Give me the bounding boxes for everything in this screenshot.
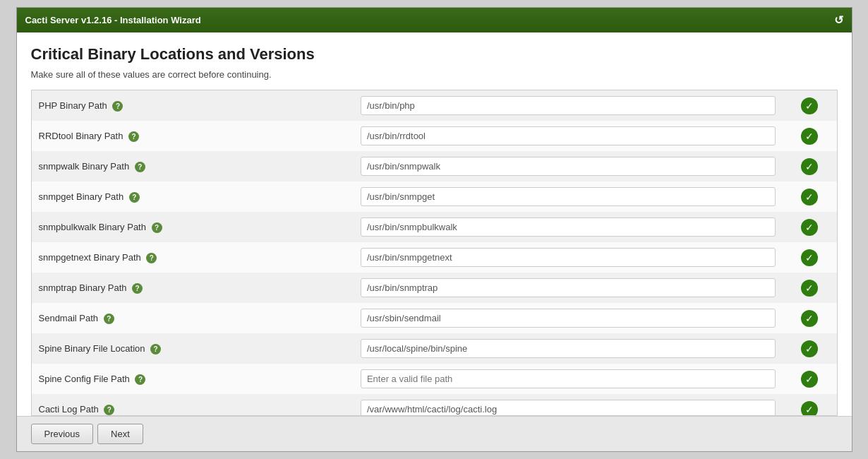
path-input[interactable] [361,217,776,237]
path-input[interactable] [361,278,776,297]
path-input[interactable] [361,157,776,176]
path-input[interactable] [361,187,776,206]
path-input[interactable] [361,126,776,145]
row-status: ✓ [783,121,836,151]
table-row: snmpwalk Binary Path ?✓ [32,151,837,181]
check-icon: ✓ [801,97,818,114]
row-input-cell [354,242,783,273]
row-input-cell [354,273,783,303]
row-status: ✓ [783,364,836,394]
row-input-cell [354,303,783,333]
main-content: Critical Binary Locations and Versions M… [17,32,852,416]
path-input[interactable] [361,248,776,267]
row-input-cell [354,181,783,212]
help-icon[interactable]: ? [135,374,145,385]
table-row: snmptrap Binary Path ?✓ [32,273,837,303]
table-row: RRDtool Binary Path ?✓ [32,121,837,151]
binary-paths-table-area: PHP Binary Path ?✓RRDtool Binary Path ?✓… [31,90,838,416]
check-icon: ✓ [801,310,818,327]
path-input[interactable] [361,369,776,388]
previous-button[interactable]: Previous [31,424,94,444]
table-row: PHP Binary Path ?✓ [32,90,837,121]
table-row: snmpgetnext Binary Path ?✓ [32,242,837,273]
row-input-cell [354,151,783,181]
main-window: Cacti Server v1.2.16 - Installation Wiza… [16,7,852,452]
row-label: snmpgetnext Binary Path ? [32,242,354,273]
check-icon: ✓ [801,249,818,266]
row-status: ✓ [783,151,836,181]
row-status: ✓ [783,242,836,273]
row-label: Spine Binary File Location ? [32,333,354,364]
binary-paths-table: PHP Binary Path ?✓RRDtool Binary Path ?✓… [32,90,837,416]
page-subtitle: Make sure all of these values are correc… [31,69,838,80]
row-input-cell [354,121,783,151]
check-icon: ✓ [801,401,818,417]
table-row: snmpget Binary Path ?✓ [32,181,837,212]
next-button[interactable]: Next [97,424,143,444]
row-label: PHP Binary Path ? [32,90,354,121]
help-icon[interactable]: ? [132,283,143,294]
path-input[interactable] [361,339,776,358]
row-label: snmpget Binary Path ? [32,181,354,212]
check-icon: ✓ [801,280,818,297]
titlebar: Cacti Server v1.2.16 - Installation Wiza… [17,8,852,32]
path-input[interactable] [361,400,776,416]
row-status: ✓ [783,303,836,333]
help-icon[interactable]: ? [135,162,145,172]
help-icon[interactable]: ? [104,405,114,415]
refresh-icon[interactable]: ↺ [834,13,843,27]
help-icon[interactable]: ? [150,344,161,354]
row-input-cell [354,90,783,121]
row-label: Cacti Log Path ? [32,394,354,416]
row-input-cell [354,364,783,394]
footer: Previous Next [17,416,852,451]
table-row: Cacti Log Path ?✓ [32,394,837,416]
row-label: RRDtool Binary Path ? [32,121,354,151]
row-label: snmpwalk Binary Path ? [32,151,354,181]
row-input-cell [354,394,783,416]
row-label: snmpbulkwalk Binary Path ? [32,212,354,242]
path-input[interactable] [361,309,776,328]
check-icon: ✓ [801,158,818,175]
row-status: ✓ [783,333,836,364]
window-title: Cacti Server v1.2.16 - Installation Wiza… [25,15,201,25]
help-icon[interactable]: ? [128,131,139,142]
row-status: ✓ [783,394,836,416]
row-input-cell [354,212,783,242]
row-status: ✓ [783,90,836,121]
table-row: Spine Binary File Location ?✓ [32,333,837,364]
table-row: snmpbulkwalk Binary Path ?✓ [32,212,837,242]
help-icon[interactable]: ? [152,222,162,233]
check-icon: ✓ [801,340,818,357]
page-title: Critical Binary Locations and Versions [31,45,838,64]
row-status: ✓ [783,212,836,242]
check-icon: ✓ [801,128,818,145]
help-icon[interactable]: ? [146,253,157,263]
check-icon: ✓ [801,189,818,205]
table-row: Spine Config File Path ?✓ [32,364,837,394]
path-input[interactable] [361,96,776,115]
row-status: ✓ [783,273,836,303]
row-label: Spine Config File Path ? [32,364,354,394]
check-icon: ✓ [801,371,818,388]
row-status: ✓ [783,181,836,212]
table-row: Sendmail Path ?✓ [32,303,837,333]
help-icon[interactable]: ? [129,192,140,203]
help-icon[interactable]: ? [104,314,114,324]
row-input-cell [354,333,783,364]
help-icon[interactable]: ? [112,101,123,112]
row-label: Sendmail Path ? [32,303,354,333]
check-icon: ✓ [801,219,818,236]
row-label: snmptrap Binary Path ? [32,273,354,303]
